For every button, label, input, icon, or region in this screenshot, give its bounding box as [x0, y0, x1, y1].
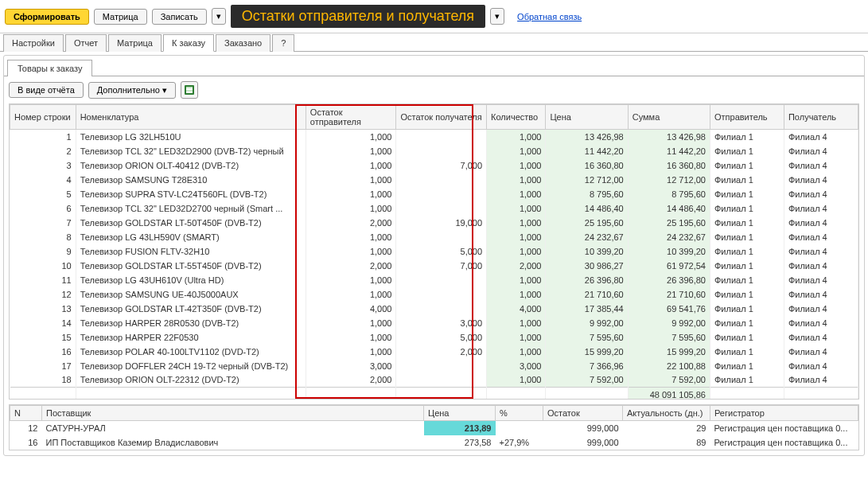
cell-nomenclature: Телевизор HARPER 28R0530 (DVB-T2) [76, 316, 306, 330]
cell-quantity: 2,000 [487, 259, 546, 273]
cell-quantity: 1,000 [487, 373, 546, 388]
cell-receiver-stock: 5,000 [396, 330, 487, 345]
cell-row-num: 18 [10, 373, 76, 388]
bcell-relevance: 89 [623, 435, 710, 450]
cell-nomenclature: Телевизор TCL 32" LED32D2700 черный (Sma… [76, 201, 306, 216]
bcell-percent: +27,9% [496, 435, 543, 450]
bcell-n: 16 [10, 435, 42, 450]
cell-quantity: 1,000 [487, 287, 546, 302]
cell-quantity: 1,000 [487, 316, 546, 330]
table-row[interactable]: 4Телевизор SAMSUNG T28E3101,0001,00012 7… [10, 173, 858, 187]
table-row[interactable]: 1Телевизор LG 32LH510U1,0001,00013 426,9… [10, 130, 858, 144]
table-row[interactable]: 10Телевизор GOLDSTAR LT-55T450F (DVB-T2)… [10, 259, 858, 273]
cell-row-num: 1 [10, 130, 76, 144]
cell-receiver-stock [396, 359, 487, 373]
bcol-percent[interactable]: % [496, 406, 543, 421]
tab-report[interactable]: Отчет [65, 34, 107, 52]
banner-dropdown[interactable]: ▾ [490, 8, 504, 25]
table-row[interactable]: 8Телевизор LG 43LH590V (SMART)1,0001,000… [10, 230, 858, 244]
svg-rect-3 [186, 90, 193, 92]
col-row-num[interactable]: Номер строки [10, 105, 76, 130]
bcol-registrar[interactable]: Регистратор [710, 406, 858, 421]
cell-sender-stock: 1,000 [306, 273, 396, 287]
table-row[interactable]: 5Телевизор SUPRA STV-LC24T560FL (DVB-T2)… [10, 187, 858, 201]
tab-help[interactable]: ? [272, 34, 294, 52]
cell-nomenclature: Телевизор LG 43UH610V (Ultra HD) [76, 273, 306, 287]
bcol-relevance[interactable]: Актуальность (дн.) [623, 406, 710, 421]
cell-nomenclature: Телевизор ORION OLT-22312 (DVD-T2) [76, 373, 306, 388]
tab-settings[interactable]: Настройки [3, 34, 64, 52]
cell-row-num: 5 [10, 187, 76, 201]
col-sender-stock[interactable]: Остаток отправителя [306, 105, 396, 130]
save-dropdown[interactable]: ▾ [212, 8, 226, 25]
cell-row-num: 10 [10, 259, 76, 273]
cell-receiver: Филиал 4 [784, 330, 858, 345]
cell-sum: 61 972,54 [628, 259, 710, 273]
table-row[interactable]: 9Телевизор FUSION FLTV-32H101,0005,0001,… [10, 244, 858, 259]
bcol-stock[interactable]: Остаток [543, 406, 623, 421]
cell-receiver-stock: 19,000 [396, 216, 487, 230]
cell-price: 9 992,00 [546, 316, 628, 330]
cell-receiver-stock [396, 144, 487, 158]
additional-button[interactable]: Дополнительно ▾ [88, 82, 176, 99]
cell-sender: Филиал 1 [710, 373, 784, 388]
col-nomenclature[interactable]: Номенклатура [76, 105, 306, 130]
cell-price: 11 442,20 [546, 144, 628, 158]
cell-nomenclature: Телевизор ORION OLT-40412 (DVB-T2) [76, 158, 306, 173]
title-banner: Остатки отправителя и получателя [231, 5, 485, 28]
cell-nomenclature: Телевизор GOLDSTAR LT-55T450F (DVB-T2) [76, 259, 306, 273]
table-row[interactable]: 16Телевизор POLAR 40-100LTV1102 (DVD-T2)… [10, 345, 858, 359]
feedback-link[interactable]: Обратная связь [517, 12, 582, 21]
tab-goods-to-order[interactable]: Товары к заказу [7, 60, 92, 76]
col-receiver[interactable]: Получатель [784, 105, 858, 130]
table-row[interactable]: 17Телевизор DOFFLER 24CH 19-T2 черный (D… [10, 359, 858, 373]
table-row[interactable]: 13Телевизор GOLDSTAR LT-42T350F (DVB-T2)… [10, 302, 858, 316]
cell-sender-stock: 1,000 [306, 345, 396, 359]
goods-grid-scroll[interactable]: Номер строки Номенклатура Остаток отправ… [10, 104, 858, 399]
cell-receiver: Филиал 4 [784, 259, 858, 273]
supplier-row[interactable]: 16ИП Поставщиков Каземир Владиславович27… [10, 435, 858, 450]
col-receiver-stock[interactable]: Остаток получателя [396, 105, 487, 130]
cell-sender: Филиал 1 [710, 302, 784, 316]
cell-sender: Филиал 1 [710, 130, 784, 144]
bcol-price[interactable]: Цена [424, 406, 496, 421]
bcell-price: 273,58 [424, 435, 496, 450]
excel-export-icon[interactable] [181, 81, 198, 99]
tab-to-order[interactable]: К заказу [163, 34, 214, 52]
totals-row: 48 091 105,86 [10, 388, 858, 400]
table-row[interactable]: 6Телевизор TCL 32" LED32D2700 черный (Sm… [10, 201, 858, 216]
cell-receiver-stock [396, 130, 487, 144]
tab-matrix[interactable]: Матрица [108, 34, 162, 52]
cell-receiver-stock [396, 230, 487, 244]
cell-sum: 11 442,20 [628, 144, 710, 158]
col-price[interactable]: Цена [546, 105, 628, 130]
col-quantity[interactable]: Количество [487, 105, 546, 130]
cell-receiver: Филиал 4 [784, 273, 858, 287]
cell-price: 15 999,20 [546, 345, 628, 359]
cell-sender: Филиал 1 [710, 259, 784, 273]
table-row[interactable]: 11Телевизор LG 43UH610V (Ultra HD)1,0001… [10, 273, 858, 287]
col-sender[interactable]: Отправитель [710, 105, 784, 130]
tab-ordered[interactable]: Заказано [216, 34, 271, 52]
cell-receiver-stock [396, 273, 487, 287]
table-row[interactable]: 12Телевизор SAMSUNG UE-40J5000AUX1,0001,… [10, 287, 858, 302]
table-row[interactable]: 7Телевизор GOLDSTAR LT-50T450F (DVB-T2)2… [10, 216, 858, 230]
report-view-button[interactable]: В виде отчёта [9, 82, 84, 98]
table-row[interactable]: 18Телевизор ORION OLT-22312 (DVD-T2)2,00… [10, 373, 858, 388]
cell-quantity: 1,000 [487, 216, 546, 230]
table-row[interactable]: 15Телевизор HARPER 22F05301,0005,0001,00… [10, 330, 858, 345]
table-row[interactable]: 3Телевизор ORION OLT-40412 (DVB-T2)1,000… [10, 158, 858, 173]
cell-sender-stock: 2,000 [306, 373, 396, 388]
cell-sum: 8 795,60 [628, 187, 710, 201]
cell-sender: Филиал 1 [710, 330, 784, 345]
table-row[interactable]: 2Телевизор TCL 32" LED32D2900 (DVB-T2) ч… [10, 144, 858, 158]
matrix-button[interactable]: Матрица [94, 9, 147, 25]
bcol-n[interactable]: N [10, 406, 42, 421]
supplier-row[interactable]: 12САТУРН-УРАЛ213,89999,00029Регистрация … [10, 421, 858, 435]
form-button[interactable]: Сформировать [5, 9, 89, 25]
bcell-price: 213,89 [424, 421, 496, 435]
col-sum[interactable]: Сумма [628, 105, 710, 130]
bcol-supplier[interactable]: Поставщик [42, 406, 424, 421]
table-row[interactable]: 14Телевизор HARPER 28R0530 (DVB-T2)1,000… [10, 316, 858, 330]
save-button[interactable]: Записать [152, 9, 207, 25]
